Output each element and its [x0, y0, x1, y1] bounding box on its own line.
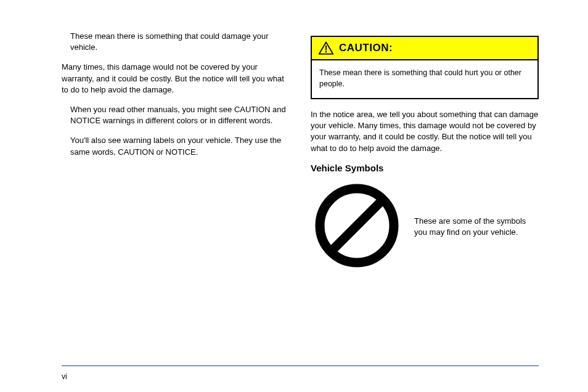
warning-triangle-icon [318, 41, 334, 55]
left-paragraph-4: You'll also see warning labels on your v… [70, 135, 286, 157]
left-paragraph-3: When you read other manuals, you might s… [70, 104, 286, 126]
safety-symbol-row: These are some of the symbols you may fi… [311, 179, 539, 272]
svg-point-1 [325, 51, 327, 52]
svg-line-3 [332, 200, 382, 250]
caution-label: CAUTION: [339, 42, 393, 54]
left-paragraph-2: Many times, this damage would not be cov… [62, 62, 286, 96]
prohibit-icon [311, 179, 403, 272]
footer-divider [62, 365, 539, 366]
left-paragraph-1: These mean there is something that could… [70, 31, 286, 53]
safety-symbol-text: These are some of the symbols you may fi… [414, 213, 539, 238]
post-caution-paragraph: In the notice area, we tell you about so… [311, 109, 539, 154]
caution-box: CAUTION: These mean there is something t… [311, 36, 539, 99]
caution-body-text: These mean there is something that could… [312, 60, 537, 98]
page-number: vi [62, 372, 67, 381]
caution-header: CAUTION: [312, 37, 537, 60]
vehicle-symbols-heading: Vehicle Symbols [311, 163, 539, 173]
